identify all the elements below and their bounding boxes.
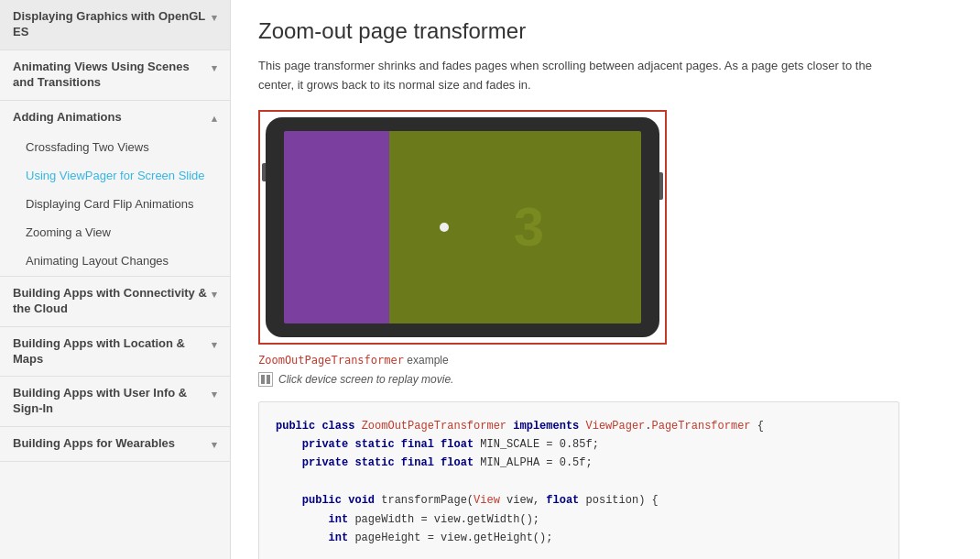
- sidebar-section-user-info: Building Apps with User Info & Sign-In ▾: [0, 377, 230, 427]
- sidebar-section-label-wearables: Building Apps for Wearables: [13, 436, 175, 452]
- replay-row[interactable]: Click device screen to replay movie.: [258, 372, 953, 387]
- code-line-5: public void transformPage(View view, flo…: [276, 491, 882, 510]
- sidebar-section-header-graphics[interactable]: Displaying Graphics with OpenGL ES ▾: [0, 0, 230, 49]
- page-title: Zoom-out page transformer: [258, 18, 953, 44]
- sidebar-section-label-user-info: Building Apps with User Info & Sign-In: [13, 386, 212, 417]
- demo-caption-code: ZoomOutPageTransformer: [258, 354, 404, 367]
- sidebar-item-zooming[interactable]: Zooming a View: [0, 219, 230, 247]
- code-line-8: [276, 547, 882, 559]
- chevron-down-icon-2: ▾: [212, 61, 217, 74]
- code-block: public class ZoomOutPageTransformer impl…: [258, 401, 899, 559]
- chevron-up-icon: ▴: [212, 112, 217, 125]
- code-line-2: private static final float MIN_SCALE = 0…: [276, 435, 882, 454]
- sidebar-section-connectivity: Building Apps with Connectivity & the Cl…: [0, 277, 230, 327]
- sidebar-section-header-user-info[interactable]: Building Apps with User Info & Sign-In ▾: [0, 377, 230, 426]
- sidebar-section-header-wearables[interactable]: Building Apps for Wearables ▾: [0, 427, 230, 461]
- sidebar-section-header-animating[interactable]: Animating Views Using Scenes and Transit…: [0, 50, 230, 100]
- sidebar-section-label-location: Building Apps with Location & Maps: [13, 336, 212, 367]
- sidebar-item-viewpager[interactable]: Using ViewPager for Screen Slide: [0, 162, 230, 191]
- sidebar-section-label-graphics: Displaying Graphics with OpenGL ES: [13, 9, 212, 40]
- sidebar-section-location: Building Apps with Location & Maps ▾: [0, 327, 230, 378]
- phone-slide-number: 3: [514, 195, 544, 258]
- sidebar-section-label-connectivity: Building Apps with Connectivity & the Cl…: [13, 286, 212, 317]
- replay-text: Click device screen to replay movie.: [278, 373, 453, 386]
- chevron-down-icon: ▾: [212, 11, 217, 24]
- sidebar-section-adding-animations: Adding Animations ▴ Crossfading Two View…: [0, 101, 230, 277]
- phone-dot: [440, 223, 449, 232]
- code-line-6: int pageWidth = view.getWidth();: [276, 510, 882, 529]
- code-line-4: [276, 473, 882, 491]
- replay-icon: [258, 372, 273, 387]
- sidebar-item-crossfading[interactable]: Crossfading Two Views: [0, 134, 230, 162]
- demo-frame[interactable]: 3: [258, 110, 667, 345]
- sidebar-section-animating: Animating Views Using Scenes and Transit…: [0, 50, 230, 101]
- sidebar-section-header-connectivity[interactable]: Building Apps with Connectivity & the Cl…: [0, 277, 230, 326]
- code-line-3: private static final float MIN_ALPHA = 0…: [276, 454, 882, 472]
- sidebar-section-header-adding-animations[interactable]: Adding Animations ▴: [0, 101, 230, 135]
- demo-caption: ZoomOutPageTransformer example: [258, 354, 953, 367]
- phone-power-btn: [659, 172, 663, 200]
- main-content: Zoom-out page transformer This page tran…: [231, 0, 980, 559]
- svg-rect-1: [267, 375, 270, 384]
- phone-volume-btn: [262, 163, 266, 181]
- phone-right-panel: 3: [389, 131, 641, 323]
- chevron-down-icon-5: ▾: [212, 388, 217, 400]
- sidebar-section-label-adding-animations: Adding Animations: [13, 110, 122, 126]
- sidebar-section-graphics: Displaying Graphics with OpenGL ES ▾: [0, 0, 230, 50]
- chevron-down-icon-3: ▾: [212, 288, 217, 301]
- sidebar-section-header-location[interactable]: Building Apps with Location & Maps ▾: [0, 327, 230, 377]
- sidebar-item-cardflip[interactable]: Displaying Card Flip Animations: [0, 191, 230, 219]
- phone-left-panel: [284, 131, 389, 323]
- adding-animations-items: Crossfading Two Views Using ViewPager fo…: [0, 134, 230, 275]
- chevron-down-icon-6: ▾: [212, 438, 217, 451]
- sidebar-item-layout-changes[interactable]: Animating Layout Changes: [0, 247, 230, 276]
- svg-rect-0: [261, 375, 265, 384]
- sidebar: Displaying Graphics with OpenGL ES ▾ Ani…: [0, 0, 231, 559]
- code-line-1: public class ZoomOutPageTransformer impl…: [276, 417, 882, 435]
- phone-screen: 3: [284, 131, 641, 323]
- demo-caption-text: example: [404, 354, 449, 367]
- chevron-down-icon-4: ▾: [212, 338, 217, 351]
- page-description: This page transformer shrinks and fades …: [258, 57, 899, 95]
- code-line-7: int pageHeight = view.getHeight();: [276, 529, 882, 547]
- phone-mockup: 3: [266, 117, 659, 337]
- sidebar-section-wearables: Building Apps for Wearables ▾: [0, 427, 230, 462]
- sidebar-section-label-animating: Animating Views Using Scenes and Transit…: [13, 60, 212, 91]
